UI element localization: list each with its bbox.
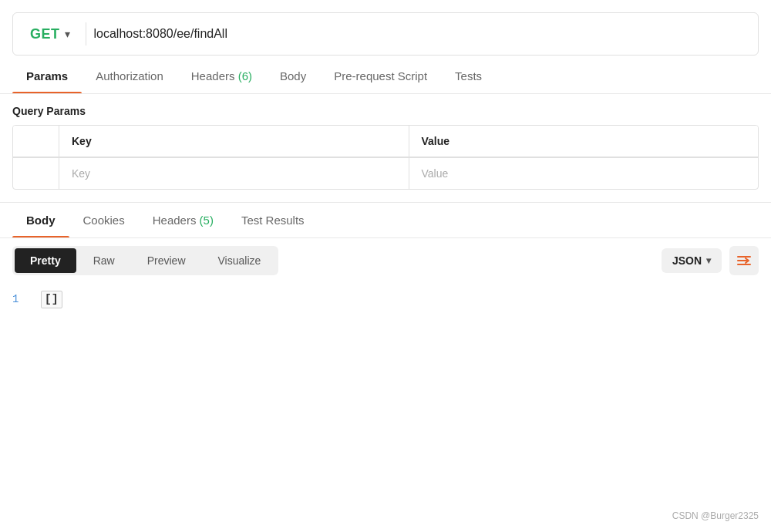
resp-headers-badge: (5) xyxy=(200,214,214,227)
resp-tab-headers[interactable]: Headers (5) xyxy=(139,203,227,237)
request-tabs: Params Authorization Headers (6) Body Pr… xyxy=(0,59,771,94)
headers-badge: (6) xyxy=(238,69,252,82)
json-label: JSON xyxy=(672,254,702,267)
format-tabs: Pretty Raw Preview Visualize xyxy=(12,246,278,275)
params-table-header: Key Value xyxy=(13,126,758,157)
key-col-header: Key xyxy=(59,126,409,157)
tab-params[interactable]: Params xyxy=(12,59,82,93)
response-body: 1 [] xyxy=(0,283,771,316)
tab-body[interactable]: Body xyxy=(266,59,320,93)
format-tab-raw[interactable]: Raw xyxy=(78,248,130,273)
method-label: GET xyxy=(30,26,60,42)
wrap-button[interactable] xyxy=(729,246,759,275)
row-checkbox xyxy=(13,158,59,189)
value-input[interactable]: Value xyxy=(409,158,759,189)
url-input[interactable] xyxy=(94,27,749,41)
method-chevron-icon: ▾ xyxy=(65,28,70,40)
format-tab-visualize[interactable]: Visualize xyxy=(203,248,277,273)
json-chevron-icon: ▾ xyxy=(706,255,711,266)
tab-tests[interactable]: Tests xyxy=(441,59,496,93)
value-col-header: Value xyxy=(409,126,759,157)
json-format-selector[interactable]: JSON ▾ xyxy=(662,248,722,273)
resp-tab-test-results[interactable]: Test Results xyxy=(227,203,318,237)
response-tabs: Body Cookies Headers (5) Test Results xyxy=(0,203,771,238)
url-bar: GET ▾ xyxy=(12,12,759,56)
format-tab-preview[interactable]: Preview xyxy=(132,248,201,273)
tab-authorization[interactable]: Authorization xyxy=(82,59,177,93)
checkbox-col-header xyxy=(13,126,59,157)
format-bar: Pretty Raw Preview Visualize JSON ▾ xyxy=(0,238,771,283)
tab-headers[interactable]: Headers (6) xyxy=(177,59,266,93)
watermark: CSDN @Burger2325 xyxy=(672,510,759,521)
query-params-label: Query Params xyxy=(0,94,771,125)
empty-array-bracket: [] xyxy=(41,291,62,308)
resp-tab-cookies[interactable]: Cookies xyxy=(69,203,139,237)
url-divider xyxy=(86,22,86,45)
params-table-row: Key Value xyxy=(13,157,758,189)
tab-pre-request-script[interactable]: Pre-request Script xyxy=(320,59,441,93)
resp-tab-body[interactable]: Body xyxy=(12,203,69,237)
params-table: Key Value Key Value xyxy=(12,125,759,190)
format-tab-pretty[interactable]: Pretty xyxy=(15,248,76,273)
wrap-icon xyxy=(736,254,752,268)
line-number-1: 1 xyxy=(12,293,19,305)
key-input[interactable]: Key xyxy=(59,158,409,189)
method-selector[interactable]: GET ▾ xyxy=(22,22,78,47)
